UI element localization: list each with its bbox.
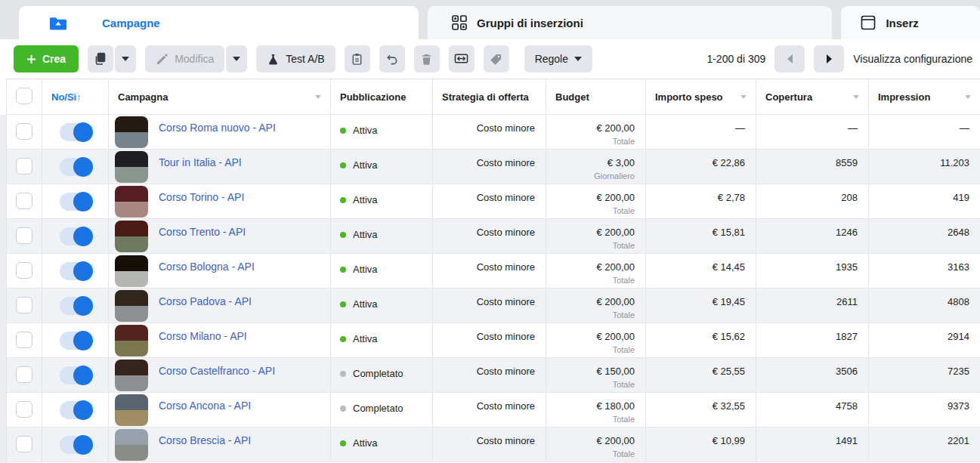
row-checkbox[interactable] (16, 158, 32, 174)
campaign-toggle[interactable] (60, 366, 91, 384)
row-checkbox-cell (7, 289, 42, 323)
budget-period: Totale (552, 276, 635, 285)
campaign-toggle[interactable] (60, 158, 91, 176)
reach-value: 1246 (836, 227, 858, 238)
reach-cell: 3506 (756, 358, 869, 393)
campaign-name-link[interactable]: Corso Padova - API (159, 290, 252, 307)
reach-value: 208 (841, 192, 858, 203)
campaign-name-link[interactable]: Corso Brescia - API (159, 429, 251, 446)
duplicate-caret-button[interactable] (115, 45, 136, 73)
row-checkbox[interactable] (16, 401, 32, 418)
impressions-value: 11.203 (940, 157, 969, 168)
tab-adsets-label: Gruppi di inserzioni (477, 17, 583, 29)
row-checkbox[interactable] (16, 297, 32, 313)
amount-spent-cell: € 14,45 (646, 254, 756, 289)
campaign-name-link[interactable]: Corso Trento - API (159, 221, 246, 238)
campaign-name-link[interactable]: Corso Castelfranco - API (159, 360, 275, 377)
row-checkbox[interactable] (16, 366, 32, 383)
thumbnail-bottom (115, 306, 148, 322)
row-toggle-cell (42, 393, 109, 428)
edit-button[interactable]: Modifica (145, 45, 224, 73)
campaign-toggle[interactable] (60, 401, 91, 419)
retarget-button[interactable] (449, 45, 475, 73)
impressions-cell: — (869, 115, 980, 150)
header-amount-spent[interactable]: Importo speso (646, 79, 756, 115)
status-text: Attiva (353, 159, 378, 171)
campaign-thumbnail (115, 221, 148, 252)
undo-button[interactable] (379, 45, 405, 73)
header-bid-strategy[interactable]: Strategia di offerta (433, 79, 546, 115)
campaign-name-link[interactable]: Corso Ancona - API (159, 394, 251, 412)
caret-down-icon[interactable] (965, 95, 971, 99)
next-page-button[interactable] (814, 45, 844, 73)
tab-adsets[interactable]: Gruppi di inserzioni (428, 6, 832, 39)
campaign-name-link[interactable]: Tour in Italia - API (159, 151, 242, 168)
reach-cell: 1935 (756, 254, 869, 289)
row-checkbox[interactable] (16, 193, 32, 209)
campaign-name-link[interactable]: Corso Roma nuovo - API (159, 116, 276, 134)
thumbnail-top (115, 290, 148, 306)
campaign-toggle[interactable] (60, 332, 91, 350)
create-button[interactable]: Crea (14, 45, 79, 73)
thumbnail-bottom (115, 341, 148, 357)
row-checkbox-cell (7, 115, 42, 150)
delete-button[interactable] (414, 45, 440, 73)
view-setup-link[interactable]: Visualizza configurazione (853, 53, 972, 65)
campaign-toggle[interactable] (60, 436, 91, 454)
campaign-name-link[interactable]: Corso Milano - API (159, 325, 247, 342)
campaign-toggle[interactable] (60, 227, 91, 245)
row-checkbox[interactable] (16, 123, 32, 140)
campaign-name-link[interactable]: Corso Bologna - API (159, 255, 255, 273)
header-budget[interactable]: Budget (546, 79, 646, 115)
row-checkbox[interactable] (16, 262, 32, 279)
bid-strategy-value: Costo minore (477, 122, 535, 134)
caret-down-icon[interactable] (315, 95, 321, 99)
delivery-cell: Attiva (331, 323, 433, 358)
edit-button-label: Modifica (175, 53, 214, 65)
table-row: Corso Ancona - API Completato Costo mino… (7, 393, 980, 428)
row-checkbox[interactable] (16, 332, 32, 348)
bid-strategy-cell: Costo minore (433, 254, 546, 289)
toggle-knob (73, 157, 93, 177)
header-campaign[interactable]: Campagna (109, 79, 331, 115)
ads-frame-icon (861, 15, 876, 30)
prev-page-button[interactable] (774, 45, 805, 73)
row-checkbox[interactable] (16, 436, 32, 452)
select-all-checkbox[interactable] (16, 88, 32, 104)
caret-down-icon[interactable] (740, 95, 747, 99)
thumbnail-top (115, 360, 148, 375)
campaign-toggle[interactable] (60, 193, 91, 211)
budget-period: Totale (552, 449, 635, 458)
budget-cell: € 200,00Totale (546, 289, 646, 323)
duplicate-button[interactable] (88, 45, 113, 73)
ab-test-button[interactable]: Test A/B (256, 45, 335, 73)
header-reach[interactable]: Copertura (756, 79, 869, 115)
header-impressions[interactable]: Impression (869, 79, 980, 115)
bid-strategy-value: Costo minore (477, 192, 535, 203)
campaign-toggle[interactable] (60, 297, 91, 315)
delivery-cell: Completato (331, 393, 433, 428)
campaign-name-link[interactable]: Corso Torino - API (159, 186, 244, 203)
table-row: Corso Brescia - API Attiva Costo minore … (7, 428, 980, 462)
tab-campaigns[interactable]: Campagne (19, 6, 419, 39)
row-toggle-cell (42, 254, 109, 289)
status-text: Attiva (353, 333, 378, 344)
tab-ads[interactable]: Inserz (841, 6, 980, 39)
toggle-knob (73, 331, 93, 350)
edit-caret-button[interactable] (226, 45, 247, 73)
row-checkbox[interactable] (16, 227, 32, 244)
campaign-toggle[interactable] (60, 123, 91, 141)
rules-button[interactable]: Regole (524, 45, 592, 73)
budget-value: € 200,00 (552, 435, 635, 446)
impressions-cell: 4808 (869, 289, 980, 323)
delivery-cell: Attiva (331, 254, 433, 289)
tag-button[interactable] (484, 45, 509, 73)
rules-button-label: Regole (535, 53, 568, 65)
header-delivery[interactable]: Pubblicazione (331, 79, 433, 115)
caret-down-icon[interactable] (853, 95, 859, 99)
campaign-name-cell: Corso Torino - API (109, 184, 331, 219)
paste-button[interactable] (345, 45, 370, 73)
campaign-toggle[interactable] (60, 262, 91, 280)
header-toggle[interactable]: No/Sì↑ (42, 79, 109, 115)
amount-spent-cell: € 19,45 (646, 289, 756, 323)
